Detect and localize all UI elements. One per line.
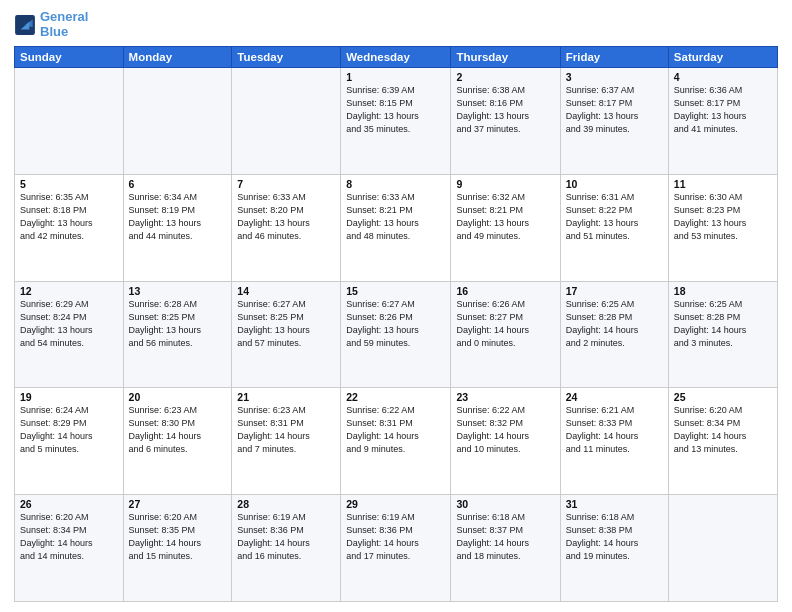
calendar-day-cell: 18Sunrise: 6:25 AMSunset: 8:28 PMDayligh… xyxy=(668,281,777,388)
calendar-week-row: 5Sunrise: 6:35 AMSunset: 8:18 PMDaylight… xyxy=(15,174,778,281)
day-number: 24 xyxy=(566,391,663,403)
day-info: Sunrise: 6:39 AMSunset: 8:15 PMDaylight:… xyxy=(346,84,445,136)
day-number: 26 xyxy=(20,498,118,510)
calendar-day-cell: 6Sunrise: 6:34 AMSunset: 8:19 PMDaylight… xyxy=(123,174,232,281)
day-number: 8 xyxy=(346,178,445,190)
day-number: 29 xyxy=(346,498,445,510)
day-info: Sunrise: 6:29 AMSunset: 8:24 PMDaylight:… xyxy=(20,298,118,350)
calendar-header-day: Sunday xyxy=(15,46,124,67)
calendar-week-row: 12Sunrise: 6:29 AMSunset: 8:24 PMDayligh… xyxy=(15,281,778,388)
calendar-day-cell: 31Sunrise: 6:18 AMSunset: 8:38 PMDayligh… xyxy=(560,495,668,602)
day-info: Sunrise: 6:33 AMSunset: 8:20 PMDaylight:… xyxy=(237,191,335,243)
calendar-header-day: Wednesday xyxy=(341,46,451,67)
day-number: 30 xyxy=(456,498,554,510)
calendar-day-cell: 16Sunrise: 6:26 AMSunset: 8:27 PMDayligh… xyxy=(451,281,560,388)
calendar-week-row: 26Sunrise: 6:20 AMSunset: 8:34 PMDayligh… xyxy=(15,495,778,602)
day-number: 16 xyxy=(456,285,554,297)
day-number: 7 xyxy=(237,178,335,190)
calendar-header-day: Friday xyxy=(560,46,668,67)
day-number: 14 xyxy=(237,285,335,297)
calendar-day-cell: 22Sunrise: 6:22 AMSunset: 8:31 PMDayligh… xyxy=(341,388,451,495)
calendar-day-cell: 13Sunrise: 6:28 AMSunset: 8:25 PMDayligh… xyxy=(123,281,232,388)
day-info: Sunrise: 6:24 AMSunset: 8:29 PMDaylight:… xyxy=(20,404,118,456)
calendar-table: SundayMondayTuesdayWednesdayThursdayFrid… xyxy=(14,46,778,602)
day-number: 2 xyxy=(456,71,554,83)
day-number: 4 xyxy=(674,71,772,83)
calendar-day-cell: 11Sunrise: 6:30 AMSunset: 8:23 PMDayligh… xyxy=(668,174,777,281)
calendar-day-cell: 21Sunrise: 6:23 AMSunset: 8:31 PMDayligh… xyxy=(232,388,341,495)
logo: General Blue xyxy=(14,10,88,40)
day-number: 9 xyxy=(456,178,554,190)
day-info: Sunrise: 6:22 AMSunset: 8:32 PMDaylight:… xyxy=(456,404,554,456)
calendar-day-cell: 2Sunrise: 6:38 AMSunset: 8:16 PMDaylight… xyxy=(451,67,560,174)
calendar-week-row: 1Sunrise: 6:39 AMSunset: 8:15 PMDaylight… xyxy=(15,67,778,174)
day-info: Sunrise: 6:35 AMSunset: 8:18 PMDaylight:… xyxy=(20,191,118,243)
day-info: Sunrise: 6:25 AMSunset: 8:28 PMDaylight:… xyxy=(674,298,772,350)
calendar-day-cell: 3Sunrise: 6:37 AMSunset: 8:17 PMDaylight… xyxy=(560,67,668,174)
calendar-day-cell: 7Sunrise: 6:33 AMSunset: 8:20 PMDaylight… xyxy=(232,174,341,281)
calendar-day-cell: 9Sunrise: 6:32 AMSunset: 8:21 PMDaylight… xyxy=(451,174,560,281)
logo-text: General Blue xyxy=(40,10,88,40)
calendar-day-cell: 10Sunrise: 6:31 AMSunset: 8:22 PMDayligh… xyxy=(560,174,668,281)
day-number: 23 xyxy=(456,391,554,403)
calendar-day-cell: 30Sunrise: 6:18 AMSunset: 8:37 PMDayligh… xyxy=(451,495,560,602)
day-info: Sunrise: 6:33 AMSunset: 8:21 PMDaylight:… xyxy=(346,191,445,243)
day-info: Sunrise: 6:31 AMSunset: 8:22 PMDaylight:… xyxy=(566,191,663,243)
calendar-day-cell: 25Sunrise: 6:20 AMSunset: 8:34 PMDayligh… xyxy=(668,388,777,495)
calendar-week-row: 19Sunrise: 6:24 AMSunset: 8:29 PMDayligh… xyxy=(15,388,778,495)
calendar-day-cell: 29Sunrise: 6:19 AMSunset: 8:36 PMDayligh… xyxy=(341,495,451,602)
day-info: Sunrise: 6:38 AMSunset: 8:16 PMDaylight:… xyxy=(456,84,554,136)
day-info: Sunrise: 6:22 AMSunset: 8:31 PMDaylight:… xyxy=(346,404,445,456)
calendar-header-day: Thursday xyxy=(451,46,560,67)
day-number: 28 xyxy=(237,498,335,510)
day-number: 6 xyxy=(129,178,227,190)
day-number: 19 xyxy=(20,391,118,403)
day-info: Sunrise: 6:20 AMSunset: 8:34 PMDaylight:… xyxy=(20,511,118,563)
calendar-day-cell: 23Sunrise: 6:22 AMSunset: 8:32 PMDayligh… xyxy=(451,388,560,495)
day-number: 12 xyxy=(20,285,118,297)
calendar-day-cell: 28Sunrise: 6:19 AMSunset: 8:36 PMDayligh… xyxy=(232,495,341,602)
day-number: 21 xyxy=(237,391,335,403)
calendar-day-cell: 8Sunrise: 6:33 AMSunset: 8:21 PMDaylight… xyxy=(341,174,451,281)
day-number: 22 xyxy=(346,391,445,403)
day-info: Sunrise: 6:37 AMSunset: 8:17 PMDaylight:… xyxy=(566,84,663,136)
day-info: Sunrise: 6:20 AMSunset: 8:35 PMDaylight:… xyxy=(129,511,227,563)
day-info: Sunrise: 6:19 AMSunset: 8:36 PMDaylight:… xyxy=(237,511,335,563)
day-info: Sunrise: 6:21 AMSunset: 8:33 PMDaylight:… xyxy=(566,404,663,456)
calendar-day-cell: 19Sunrise: 6:24 AMSunset: 8:29 PMDayligh… xyxy=(15,388,124,495)
calendar-day-cell xyxy=(15,67,124,174)
day-info: Sunrise: 6:20 AMSunset: 8:34 PMDaylight:… xyxy=(674,404,772,456)
calendar-day-cell xyxy=(668,495,777,602)
calendar-day-cell: 27Sunrise: 6:20 AMSunset: 8:35 PMDayligh… xyxy=(123,495,232,602)
calendar-header-row: SundayMondayTuesdayWednesdayThursdayFrid… xyxy=(15,46,778,67)
calendar-day-cell: 24Sunrise: 6:21 AMSunset: 8:33 PMDayligh… xyxy=(560,388,668,495)
calendar-day-cell: 5Sunrise: 6:35 AMSunset: 8:18 PMDaylight… xyxy=(15,174,124,281)
day-info: Sunrise: 6:27 AMSunset: 8:26 PMDaylight:… xyxy=(346,298,445,350)
calendar-day-cell xyxy=(123,67,232,174)
day-number: 27 xyxy=(129,498,227,510)
day-info: Sunrise: 6:19 AMSunset: 8:36 PMDaylight:… xyxy=(346,511,445,563)
day-number: 5 xyxy=(20,178,118,190)
day-number: 13 xyxy=(129,285,227,297)
day-info: Sunrise: 6:18 AMSunset: 8:38 PMDaylight:… xyxy=(566,511,663,563)
header: General Blue xyxy=(14,10,778,40)
day-info: Sunrise: 6:30 AMSunset: 8:23 PMDaylight:… xyxy=(674,191,772,243)
day-number: 20 xyxy=(129,391,227,403)
calendar-day-cell: 4Sunrise: 6:36 AMSunset: 8:17 PMDaylight… xyxy=(668,67,777,174)
day-info: Sunrise: 6:25 AMSunset: 8:28 PMDaylight:… xyxy=(566,298,663,350)
day-number: 25 xyxy=(674,391,772,403)
day-number: 18 xyxy=(674,285,772,297)
day-number: 1 xyxy=(346,71,445,83)
calendar-day-cell: 14Sunrise: 6:27 AMSunset: 8:25 PMDayligh… xyxy=(232,281,341,388)
day-info: Sunrise: 6:27 AMSunset: 8:25 PMDaylight:… xyxy=(237,298,335,350)
logo-icon xyxy=(14,14,36,36)
calendar-header-day: Saturday xyxy=(668,46,777,67)
calendar-day-cell xyxy=(232,67,341,174)
day-info: Sunrise: 6:23 AMSunset: 8:30 PMDaylight:… xyxy=(129,404,227,456)
calendar-header-day: Tuesday xyxy=(232,46,341,67)
day-number: 15 xyxy=(346,285,445,297)
day-info: Sunrise: 6:36 AMSunset: 8:17 PMDaylight:… xyxy=(674,84,772,136)
page: General Blue SundayMondayTuesdayWednesda… xyxy=(0,0,792,612)
day-number: 31 xyxy=(566,498,663,510)
calendar-header-day: Monday xyxy=(123,46,232,67)
